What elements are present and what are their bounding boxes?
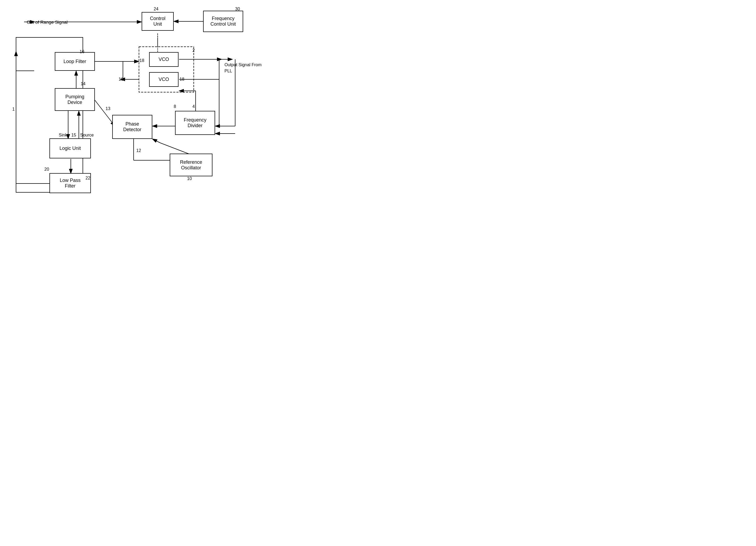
vco2-block: VCO [149,72,179,87]
label-sink: Sink [59,133,67,138]
num-22: 22 [86,176,90,181]
num-13: 13 [106,106,110,111]
low-pass-filter-block: Low Pass Filter [49,173,91,193]
freq-control-unit-label: Frequency Control Unit [210,16,236,27]
num-18b: 18 [119,77,123,82]
control-unit-label: Control Unit [150,16,165,27]
num-16: 16 [80,49,84,54]
freq-divider-block: Frequency Divider [175,111,215,135]
vco1-block: VCO [149,52,179,67]
reference-oscillator-block: Reference Oscillator [170,154,212,176]
num-30: 30 [235,7,240,11]
vco2-label: VCO [158,77,169,82]
num-14: 14 [81,82,86,86]
loop-filter-label: Loop Filter [63,59,86,64]
loop-filter-block: Loop Filter [55,52,95,71]
low-pass-filter-label: Low Pass Filter [60,178,80,189]
vco1-label: VCO [158,57,169,62]
pumping-device-block: Pumping Device [55,88,95,111]
control-unit-block: Control Unit [142,12,174,31]
source-text: Source [80,133,94,137]
output-signal-text: Output Signal From PLL [224,63,262,73]
num-1: 1 [12,107,15,112]
num-18c: 18 [180,77,184,82]
logic-unit-label: Logic Unit [59,146,81,151]
num-20: 20 [44,167,49,172]
num-2: 2 [192,48,195,53]
num-4: 4 [192,104,195,109]
label-output-signal: Output Signal From PLL [224,56,262,74]
freq-control-unit-block: Frequency Control Unit [203,11,243,32]
label-out-of-range: Out of Range Signal [27,20,68,25]
num-18a: 18 [139,58,144,63]
label-source: Source [80,133,94,138]
svg-line-28 [160,143,192,155]
num-8: 8 [174,104,176,109]
sink-text: Sink [59,133,67,137]
num-15: 15 [71,133,76,138]
phase-detector-block: Phase Detector [112,115,152,139]
svg-line-11 [95,100,115,126]
num-10: 10 [187,176,192,181]
reference-oscillator-label: Reference Oscillator [180,160,202,171]
freq-divider-label: Frequency Divider [184,117,206,129]
logic-unit-block: Logic Unit [49,138,91,159]
num-24: 24 [154,7,158,11]
pumping-device-label: Pumping Device [65,94,84,105]
num-12: 12 [136,148,141,153]
svg-line-29 [152,139,160,143]
phase-detector-label: Phase Detector [123,121,141,133]
